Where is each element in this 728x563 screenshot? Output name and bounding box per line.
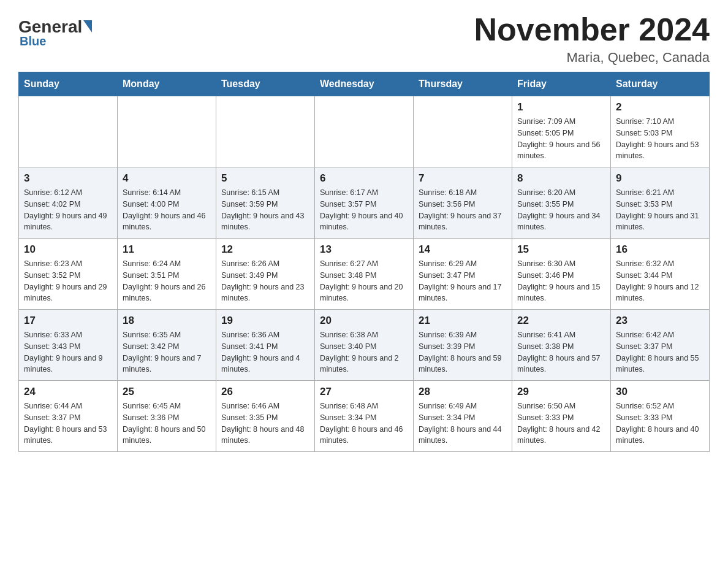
day-info: Sunrise: 7:09 AM Sunset: 5:05 PM Dayligh… [517,116,605,162]
day-info: Sunrise: 6:21 AM Sunset: 3:53 PM Dayligh… [616,187,704,233]
day-info: Sunrise: 6:23 AM Sunset: 3:52 PM Dayligh… [24,258,112,304]
day-info: Sunrise: 6:44 AM Sunset: 3:37 PM Dayligh… [24,400,112,446]
calendar-cell: 21Sunrise: 6:39 AM Sunset: 3:39 PM Dayli… [414,310,512,381]
calendar-cell: 29Sunrise: 6:50 AM Sunset: 3:33 PM Dayli… [512,381,611,452]
day-number: 3 [24,172,112,185]
calendar-cell [118,96,216,167]
week-row: 24Sunrise: 6:44 AM Sunset: 3:37 PM Dayli… [19,381,710,452]
day-info: Sunrise: 6:36 AM Sunset: 3:41 PM Dayligh… [221,329,309,375]
day-number: 13 [320,243,408,256]
day-info: Sunrise: 6:39 AM Sunset: 3:39 PM Dayligh… [419,329,507,375]
calendar-cell: 30Sunrise: 6:52 AM Sunset: 3:33 PM Dayli… [611,381,710,452]
day-info: Sunrise: 6:33 AM Sunset: 3:43 PM Dayligh… [24,329,112,375]
page-header: General Blue November 2024 Maria, Quebec… [18,12,710,66]
calendar-cell: 20Sunrise: 6:38 AM Sunset: 3:40 PM Dayli… [315,310,414,381]
day-number: 9 [616,172,704,185]
calendar-cell: 5Sunrise: 6:15 AM Sunset: 3:59 PM Daylig… [216,167,315,239]
day-info: Sunrise: 6:18 AM Sunset: 3:56 PM Dayligh… [419,187,507,233]
day-of-week-header: Saturday [611,72,710,96]
calendar-cell [414,96,512,167]
day-number: 25 [123,386,211,398]
calendar-cell: 13Sunrise: 6:27 AM Sunset: 3:48 PM Dayli… [315,239,414,310]
calendar-cell: 1Sunrise: 7:09 AM Sunset: 5:05 PM Daylig… [512,96,611,167]
day-info: Sunrise: 6:45 AM Sunset: 3:36 PM Dayligh… [123,400,211,446]
calendar-cell [315,96,414,167]
day-info: Sunrise: 6:35 AM Sunset: 3:42 PM Dayligh… [123,329,211,375]
day-info: Sunrise: 6:38 AM Sunset: 3:40 PM Dayligh… [320,329,408,375]
day-info: Sunrise: 6:12 AM Sunset: 4:02 PM Dayligh… [24,187,112,233]
calendar-cell: 17Sunrise: 6:33 AM Sunset: 3:43 PM Dayli… [19,310,118,381]
calendar-cell: 15Sunrise: 6:30 AM Sunset: 3:46 PM Dayli… [512,239,611,310]
day-number: 21 [419,315,507,327]
day-info: Sunrise: 6:29 AM Sunset: 3:47 PM Dayligh… [419,258,507,304]
day-of-week-header: Sunday [19,72,118,96]
calendar-title: November 2024 [474,12,710,47]
day-number: 19 [221,315,309,327]
calendar-cell: 11Sunrise: 6:24 AM Sunset: 3:51 PM Dayli… [118,239,216,310]
day-number: 18 [123,315,211,327]
day-number: 29 [517,386,605,398]
day-info: Sunrise: 6:30 AM Sunset: 3:46 PM Dayligh… [517,258,605,304]
week-row: 3Sunrise: 6:12 AM Sunset: 4:02 PM Daylig… [19,167,710,239]
calendar-cell: 10Sunrise: 6:23 AM Sunset: 3:52 PM Dayli… [19,239,118,310]
day-info: Sunrise: 6:32 AM Sunset: 3:44 PM Dayligh… [616,258,704,304]
day-number: 24 [24,386,112,398]
day-info: Sunrise: 6:15 AM Sunset: 3:59 PM Dayligh… [221,187,309,233]
title-area: November 2024 Maria, Quebec, Canada [474,12,710,66]
day-number: 20 [320,315,408,327]
calendar-cell: 23Sunrise: 6:42 AM Sunset: 3:37 PM Dayli… [611,310,710,381]
day-number: 12 [221,243,309,256]
day-number: 16 [616,243,704,256]
calendar-header-row: SundayMondayTuesdayWednesdayThursdayFrid… [19,72,710,96]
calendar-subtitle: Maria, Quebec, Canada [474,50,710,66]
day-number: 6 [320,172,408,185]
week-row: 10Sunrise: 6:23 AM Sunset: 3:52 PM Dayli… [19,239,710,310]
day-number: 14 [419,243,507,256]
day-info: Sunrise: 7:10 AM Sunset: 5:03 PM Dayligh… [616,116,704,162]
day-number: 17 [24,315,112,327]
logo-blue-text: Blue [20,34,46,48]
day-info: Sunrise: 6:48 AM Sunset: 3:34 PM Dayligh… [320,400,408,446]
day-number: 23 [616,315,704,327]
calendar-cell: 28Sunrise: 6:49 AM Sunset: 3:34 PM Dayli… [414,381,512,452]
day-info: Sunrise: 6:41 AM Sunset: 3:38 PM Dayligh… [517,329,605,375]
day-info: Sunrise: 6:42 AM Sunset: 3:37 PM Dayligh… [616,329,704,375]
day-number: 10 [24,243,112,256]
calendar-cell: 25Sunrise: 6:45 AM Sunset: 3:36 PM Dayli… [118,381,216,452]
day-number: 1 [517,101,605,113]
day-number: 8 [517,172,605,185]
day-of-week-header: Wednesday [315,72,414,96]
calendar-cell: 14Sunrise: 6:29 AM Sunset: 3:47 PM Dayli… [414,239,512,310]
day-number: 22 [517,315,605,327]
calendar-cell: 27Sunrise: 6:48 AM Sunset: 3:34 PM Dayli… [315,381,414,452]
logo: General Blue [18,18,92,48]
day-of-week-header: Thursday [414,72,512,96]
day-number: 15 [517,243,605,256]
day-number: 28 [419,386,507,398]
day-number: 30 [616,386,704,398]
day-of-week-header: Tuesday [216,72,315,96]
week-row: 1Sunrise: 7:09 AM Sunset: 5:05 PM Daylig… [19,96,710,167]
calendar-cell: 24Sunrise: 6:44 AM Sunset: 3:37 PM Dayli… [19,381,118,452]
calendar-cell: 9Sunrise: 6:21 AM Sunset: 3:53 PM Daylig… [611,167,710,239]
day-number: 11 [123,243,211,256]
day-info: Sunrise: 6:50 AM Sunset: 3:33 PM Dayligh… [517,400,605,446]
calendar-cell [19,96,118,167]
logo-triangle-icon [83,20,92,33]
day-number: 27 [320,386,408,398]
calendar-cell: 16Sunrise: 6:32 AM Sunset: 3:44 PM Dayli… [611,239,710,310]
calendar-cell: 19Sunrise: 6:36 AM Sunset: 3:41 PM Dayli… [216,310,315,381]
day-info: Sunrise: 6:24 AM Sunset: 3:51 PM Dayligh… [123,258,211,304]
day-of-week-header: Friday [512,72,611,96]
day-info: Sunrise: 6:26 AM Sunset: 3:49 PM Dayligh… [221,258,309,304]
day-info: Sunrise: 6:49 AM Sunset: 3:34 PM Dayligh… [419,400,507,446]
calendar-cell: 12Sunrise: 6:26 AM Sunset: 3:49 PM Dayli… [216,239,315,310]
calendar-table: SundayMondayTuesdayWednesdayThursdayFrid… [18,72,710,452]
day-number: 26 [221,386,309,398]
day-number: 4 [123,172,211,185]
day-info: Sunrise: 6:17 AM Sunset: 3:57 PM Dayligh… [320,187,408,233]
calendar-cell: 4Sunrise: 6:14 AM Sunset: 4:00 PM Daylig… [118,167,216,239]
calendar-cell: 8Sunrise: 6:20 AM Sunset: 3:55 PM Daylig… [512,167,611,239]
calendar-cell: 3Sunrise: 6:12 AM Sunset: 4:02 PM Daylig… [19,167,118,239]
calendar-cell: 18Sunrise: 6:35 AM Sunset: 3:42 PM Dayli… [118,310,216,381]
